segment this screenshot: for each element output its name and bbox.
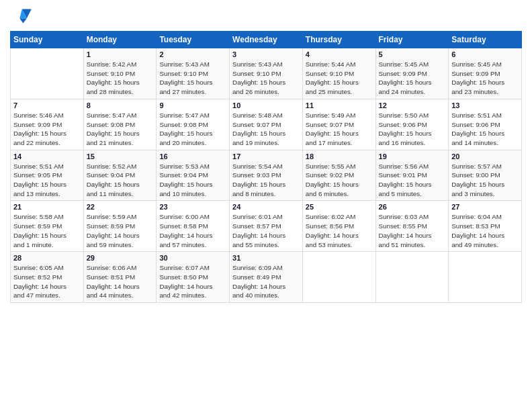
header	[10, 7, 522, 26]
day-info: Sunrise: 6:04 AM Sunset: 8:53 PM Dayligh…	[451, 212, 519, 249]
day-info: Sunrise: 5:56 AM Sunset: 9:01 PM Dayligh…	[379, 162, 446, 199]
calendar-cell: 12Sunrise: 5:50 AM Sunset: 9:06 PM Dayli…	[375, 99, 449, 150]
calendar-cell: 9Sunrise: 5:47 AM Sunset: 9:08 PM Daylig…	[157, 99, 230, 150]
day-info: Sunrise: 5:58 AM Sunset: 8:59 PM Dayligh…	[13, 212, 81, 249]
calendar-cell	[449, 252, 522, 303]
day-number: 29	[87, 254, 154, 262]
day-info: Sunrise: 5:47 AM Sunset: 9:08 PM Dayligh…	[87, 111, 154, 148]
day-number: 18	[306, 152, 373, 161]
calendar-cell: 10Sunrise: 5:48 AM Sunset: 9:07 PM Dayli…	[230, 99, 303, 150]
calendar-cell: 7Sunrise: 5:46 AM Sunset: 9:09 PM Daylig…	[11, 99, 84, 150]
weekday-row: SundayMondayTuesdayWednesdayThursdayFrid…	[11, 32, 522, 48]
calendar-cell: 14Sunrise: 5:51 AM Sunset: 9:05 PM Dayli…	[11, 150, 84, 201]
calendar-cell: 23Sunrise: 6:00 AM Sunset: 8:58 PM Dayli…	[157, 201, 230, 252]
day-info: Sunrise: 5:55 AM Sunset: 9:02 PM Dayligh…	[306, 162, 373, 199]
day-info: Sunrise: 5:57 AM Sunset: 9:00 PM Dayligh…	[451, 162, 519, 199]
day-number: 26	[379, 203, 446, 211]
day-number: 21	[13, 203, 81, 211]
calendar-cell: 4Sunrise: 5:44 AM Sunset: 9:10 PM Daylig…	[302, 48, 375, 99]
day-info: Sunrise: 5:45 AM Sunset: 9:09 PM Dayligh…	[379, 60, 446, 97]
calendar-cell: 1Sunrise: 5:42 AM Sunset: 9:10 PM Daylig…	[83, 48, 157, 99]
day-info: Sunrise: 5:49 AM Sunset: 9:07 PM Dayligh…	[306, 111, 373, 148]
calendar-cell: 26Sunrise: 6:03 AM Sunset: 8:55 PM Dayli…	[375, 201, 449, 252]
calendar-cell: 29Sunrise: 6:06 AM Sunset: 8:51 PM Dayli…	[83, 252, 157, 303]
calendar-cell: 28Sunrise: 6:05 AM Sunset: 8:52 PM Dayli…	[11, 252, 84, 303]
calendar-week-1: 1Sunrise: 5:42 AM Sunset: 9:10 PM Daylig…	[11, 48, 522, 99]
calendar-cell: 24Sunrise: 6:01 AM Sunset: 8:57 PM Dayli…	[230, 201, 303, 252]
day-number: 6	[451, 50, 519, 58]
calendar-cell: 6Sunrise: 5:45 AM Sunset: 9:09 PM Daylig…	[449, 48, 522, 99]
day-info: Sunrise: 6:01 AM Sunset: 8:57 PM Dayligh…	[232, 212, 300, 249]
day-info: Sunrise: 5:54 AM Sunset: 9:03 PM Dayligh…	[232, 162, 300, 199]
calendar-cell: 11Sunrise: 5:49 AM Sunset: 9:07 PM Dayli…	[302, 99, 375, 150]
day-number: 4	[306, 50, 373, 58]
calendar-cell: 30Sunrise: 6:07 AM Sunset: 8:50 PM Dayli…	[157, 252, 230, 303]
calendar-cell	[302, 252, 375, 303]
day-number: 11	[306, 101, 373, 109]
day-info: Sunrise: 5:42 AM Sunset: 9:10 PM Dayligh…	[87, 60, 154, 97]
day-number: 23	[159, 203, 226, 211]
calendar-cell: 22Sunrise: 5:59 AM Sunset: 8:59 PM Dayli…	[83, 201, 157, 252]
day-number: 31	[232, 254, 300, 262]
calendar-cell: 8Sunrise: 5:47 AM Sunset: 9:08 PM Daylig…	[83, 99, 157, 150]
calendar: SundayMondayTuesdayWednesdayThursdayFrid…	[10, 31, 522, 303]
day-number: 10	[232, 101, 300, 109]
day-number: 7	[13, 101, 81, 109]
day-info: Sunrise: 6:00 AM Sunset: 8:58 PM Dayligh…	[159, 212, 226, 249]
day-info: Sunrise: 5:48 AM Sunset: 9:07 PM Dayligh…	[232, 111, 300, 148]
day-number: 25	[306, 203, 373, 211]
weekday-header-thursday: Thursday	[302, 32, 375, 48]
logo	[10, 7, 34, 26]
day-number: 14	[13, 152, 81, 161]
day-number: 12	[379, 101, 446, 109]
day-number: 22	[87, 203, 154, 211]
weekday-header-friday: Friday	[375, 32, 449, 48]
calendar-cell: 21Sunrise: 5:58 AM Sunset: 8:59 PM Dayli…	[11, 201, 84, 252]
calendar-cell	[375, 252, 449, 303]
day-number: 19	[379, 152, 446, 161]
calendar-cell: 17Sunrise: 5:54 AM Sunset: 9:03 PM Dayli…	[230, 150, 303, 201]
calendar-cell: 2Sunrise: 5:43 AM Sunset: 9:10 PM Daylig…	[157, 48, 230, 99]
day-info: Sunrise: 5:51 AM Sunset: 9:06 PM Dayligh…	[451, 111, 519, 148]
weekday-header-monday: Monday	[83, 32, 157, 48]
day-number: 20	[451, 152, 519, 161]
calendar-cell: 5Sunrise: 5:45 AM Sunset: 9:09 PM Daylig…	[375, 48, 449, 99]
day-number: 5	[379, 50, 446, 58]
day-info: Sunrise: 5:45 AM Sunset: 9:09 PM Dayligh…	[451, 60, 519, 97]
day-info: Sunrise: 5:59 AM Sunset: 8:59 PM Dayligh…	[87, 212, 154, 249]
day-number: 3	[232, 50, 300, 58]
weekday-header-sunday: Sunday	[11, 32, 84, 48]
logo-icon	[10, 7, 32, 26]
calendar-week-3: 14Sunrise: 5:51 AM Sunset: 9:05 PM Dayli…	[11, 150, 522, 201]
day-number: 24	[232, 203, 300, 211]
calendar-header: SundayMondayTuesdayWednesdayThursdayFrid…	[11, 32, 522, 48]
calendar-cell: 3Sunrise: 5:43 AM Sunset: 9:10 PM Daylig…	[230, 48, 303, 99]
day-info: Sunrise: 6:06 AM Sunset: 8:51 PM Dayligh…	[87, 263, 154, 300]
calendar-cell	[11, 48, 84, 99]
weekday-header-tuesday: Tuesday	[157, 32, 230, 48]
day-info: Sunrise: 6:09 AM Sunset: 8:49 PM Dayligh…	[232, 263, 300, 300]
calendar-cell: 18Sunrise: 5:55 AM Sunset: 9:02 PM Dayli…	[302, 150, 375, 201]
calendar-cell: 20Sunrise: 5:57 AM Sunset: 9:00 PM Dayli…	[449, 150, 522, 201]
day-info: Sunrise: 5:43 AM Sunset: 9:10 PM Dayligh…	[159, 60, 226, 97]
day-info: Sunrise: 5:52 AM Sunset: 9:04 PM Dayligh…	[87, 162, 154, 199]
weekday-header-saturday: Saturday	[449, 32, 522, 48]
calendar-cell: 27Sunrise: 6:04 AM Sunset: 8:53 PM Dayli…	[449, 201, 522, 252]
day-info: Sunrise: 5:53 AM Sunset: 9:04 PM Dayligh…	[159, 162, 226, 199]
day-number: 15	[87, 152, 154, 161]
day-number: 30	[159, 254, 226, 262]
day-info: Sunrise: 5:50 AM Sunset: 9:06 PM Dayligh…	[379, 111, 446, 148]
day-number: 13	[451, 101, 519, 109]
day-number: 17	[232, 152, 300, 161]
day-number: 27	[451, 203, 519, 211]
calendar-cell: 25Sunrise: 6:02 AM Sunset: 8:56 PM Dayli…	[302, 201, 375, 252]
day-info: Sunrise: 6:03 AM Sunset: 8:55 PM Dayligh…	[379, 212, 446, 249]
day-info: Sunrise: 5:47 AM Sunset: 9:08 PM Dayligh…	[159, 111, 226, 148]
page: SundayMondayTuesdayWednesdayThursdayFrid…	[0, 0, 532, 313]
day-info: Sunrise: 5:44 AM Sunset: 9:10 PM Dayligh…	[306, 60, 373, 97]
calendar-body: 1Sunrise: 5:42 AM Sunset: 9:10 PM Daylig…	[11, 48, 522, 303]
calendar-cell: 13Sunrise: 5:51 AM Sunset: 9:06 PM Dayli…	[449, 99, 522, 150]
day-info: Sunrise: 6:07 AM Sunset: 8:50 PM Dayligh…	[159, 263, 226, 300]
calendar-week-4: 21Sunrise: 5:58 AM Sunset: 8:59 PM Dayli…	[11, 201, 522, 252]
calendar-cell: 19Sunrise: 5:56 AM Sunset: 9:01 PM Dayli…	[375, 150, 449, 201]
